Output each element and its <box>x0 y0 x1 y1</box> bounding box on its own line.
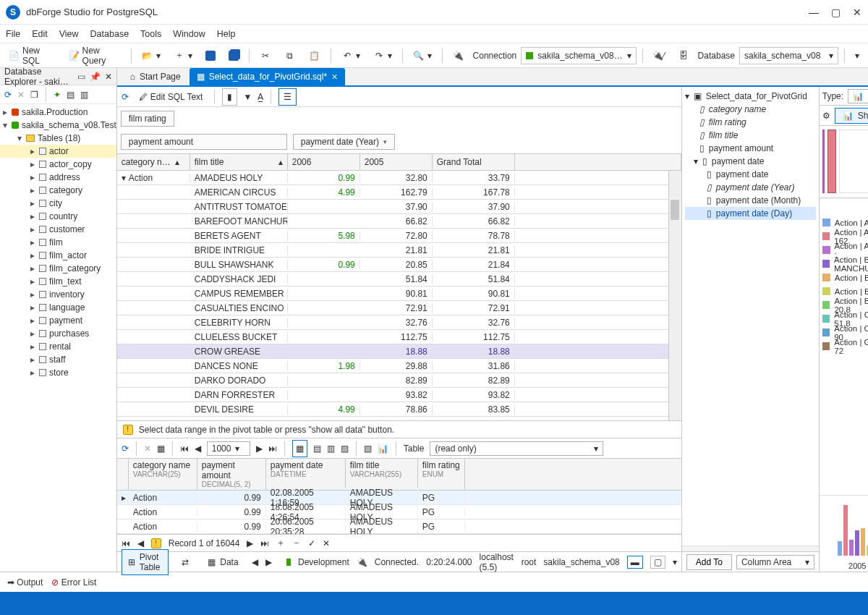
field-tree[interactable]: ▾▣Select_data_for_PivotGrid ▯category na… <box>682 87 819 546</box>
table-mode-selector[interactable]: (read only)▾ <box>430 441 603 456</box>
pivot-row[interactable]: CROW GREASE18.8818.88 <box>117 344 668 359</box>
nav-next-icon[interactable]: ▶ <box>247 538 253 548</box>
chart-legend[interactable]: Action | AMADEUS HOLY : 32.8Action | AME… <box>820 214 868 495</box>
close-panel-icon[interactable]: ✕ <box>105 72 112 82</box>
col-grand-total[interactable]: Grand Total <box>433 154 515 170</box>
pivot-grid[interactable]: ▾ActionAMADEUS HOLY0.9932.8033.79AMERICA… <box>117 171 668 420</box>
pivot-row[interactable]: CAMPUS REMEMBER90.8190.81 <box>117 287 668 301</box>
field-root[interactable]: ▾▣Select_data_for_PivotGrid <box>685 90 816 103</box>
chart-small-icon[interactable]: 📊 <box>378 444 388 454</box>
view-tab-data[interactable]: ▦Data <box>202 555 244 569</box>
tree-root-2[interactable]: ▾sakila_schema_v08.Test <box>0 119 116 132</box>
tree-table-item[interactable]: ▸purchases <box>0 327 116 340</box>
tree-table-item[interactable]: ▸staff <box>0 353 116 366</box>
field-item-selected[interactable]: ▯payment date (Day) <box>685 207 816 220</box>
field-item[interactable]: ▯payment date <box>685 168 816 181</box>
data-row[interactable]: Action0.9920.06.2005 20:35:28AMADEUS HOL… <box>117 519 681 534</box>
menu-edit[interactable]: Edit <box>32 29 48 39</box>
pivot-row[interactable]: CADDYSHACK JEDI51.8451.84 <box>117 272 668 287</box>
menu-tools[interactable]: Tools <box>140 29 161 39</box>
copy-button[interactable]: ⧉ <box>280 47 300 64</box>
category-header-chip[interactable]: category n…▴ <box>117 154 190 170</box>
pivot-row[interactable]: CLUELESS BUCKET112.75112.75 <box>117 330 668 344</box>
field-date-group[interactable]: ▾▯payment date <box>685 155 816 168</box>
pivot-row[interactable]: CASUALTIES ENCINO72.9172.91 <box>117 301 668 315</box>
view-tab-pivot[interactable]: ⊞Pivot Table <box>122 549 169 575</box>
pivot-row[interactable]: DEVIL DESIRE4.9978.8683.85 <box>117 402 668 417</box>
pivot-row[interactable]: AMERICAN CIRCUS4.99162.79167.78 <box>117 185 668 200</box>
filter-toggle-button[interactable]: ▮ <box>222 88 237 106</box>
nav-commit-icon[interactable]: ✓ <box>308 538 315 548</box>
tree-table-item[interactable]: ▸film_actor <box>0 249 116 262</box>
page-next-icon[interactable]: ▶ <box>256 444 263 454</box>
filter-field-chip[interactable]: film rating <box>121 111 174 127</box>
data-column-header[interactable]: film titleVARCHAR(255) <box>346 459 418 490</box>
hscroll[interactable] <box>682 546 819 551</box>
open-button[interactable]: 📂▾ <box>137 47 165 64</box>
nav-cancel-icon[interactable]: ✕ <box>323 538 330 548</box>
disconnect-button[interactable]: 🔌⁄ <box>649 47 669 64</box>
tree-table-item[interactable]: ▸film_category <box>0 262 116 275</box>
layout-2-icon[interactable]: ▢ <box>650 556 665 569</box>
grid-view-icon[interactable]: ▦ <box>157 444 165 454</box>
menu-file[interactable]: File <box>6 29 20 39</box>
page-prev-icon[interactable]: ◀ <box>195 444 201 454</box>
col-2005[interactable]: 2005 <box>360 154 433 170</box>
tree-table-item[interactable]: ▸actor_copy <box>0 158 116 171</box>
chart-config-icon[interactable]: ⚙ <box>822 111 830 121</box>
tree-table-item[interactable]: ▸film_text <box>0 275 116 288</box>
funnel-icon[interactable]: ▼ <box>243 92 252 102</box>
save-all-button[interactable] <box>224 47 243 64</box>
edit-sql-button[interactable]: 🖉Edit SQL Text <box>135 88 208 106</box>
connection-icon-button[interactable]: 🔌 <box>448 47 469 64</box>
dock-icon[interactable]: ▭ <box>77 72 85 82</box>
pivot-row[interactable]: BERETS AGENT5.9872.8078.78 <box>117 229 668 243</box>
data-column-header[interactable]: film ratingENUM <box>418 459 465 490</box>
explorer-tree[interactable]: ▸sakila.Production ▾sakila_schema_v08.Te… <box>0 104 116 572</box>
pivot-row[interactable]: DARN FORRESTER93.8293.82 <box>117 388 668 402</box>
field-item[interactable]: ▯payment date (Month) <box>685 194 816 207</box>
refresh-data-icon[interactable]: ⟳ <box>122 444 129 454</box>
nav-last-icon[interactable]: ⏭ <box>260 538 269 548</box>
add-to-button[interactable]: Add To <box>686 554 732 570</box>
tree-table-item[interactable]: ▸city <box>0 197 116 210</box>
view-tab-swap[interactable]: ⇄ <box>176 555 195 569</box>
view-mode-2-icon[interactable]: ▤ <box>313 444 321 454</box>
new-sql-button[interactable]: 📄New SQL <box>4 47 60 64</box>
tab-sql-file[interactable]: ▦Select_data_for_PivotGrid.sql*✕ <box>190 68 345 85</box>
undo-button[interactable]: ↶▾ <box>337 47 365 64</box>
tab-nav-next-icon[interactable]: ▶ <box>265 557 272 567</box>
search-button[interactable]: 🔍▾ <box>409 47 436 64</box>
legend-item[interactable]: Action | BERETS AGENT : 72.8 <box>822 271 868 284</box>
page-first-icon[interactable]: ⏮ <box>180 444 189 454</box>
data-column-header[interactable]: payment dateDATETIME <box>266 459 346 490</box>
paste-button[interactable]: 📋 <box>305 47 325 64</box>
nav-remove-icon[interactable]: － <box>292 537 301 549</box>
props-icon[interactable]: ▥ <box>80 90 88 100</box>
save-button[interactable] <box>201 47 220 64</box>
minimize-icon[interactable]: — <box>809 7 819 17</box>
pivot-row[interactable]: ANTITRUST TOMATOES37.9037.90 <box>117 200 668 214</box>
new-window-icon[interactable]: ❐ <box>30 90 38 100</box>
legend-item[interactable]: Action | CASUALTIES ENCINO : 72 <box>822 339 868 353</box>
export-icon[interactable]: ▧ <box>364 444 372 454</box>
pivot-row[interactable]: BRIDE INTRIGUE21.8121.81 <box>117 243 668 258</box>
tree-table-item[interactable]: ▸payment <box>0 314 116 327</box>
tree-table-item[interactable]: ▸actor <box>0 145 116 158</box>
redo-button[interactable]: ↷▾ <box>369 47 396 64</box>
layout-1-icon[interactable]: ▬ <box>627 556 643 569</box>
pivot-row[interactable]: BULL SHAWSHANK0.9920.8521.84 <box>117 258 668 272</box>
tab-start-page[interactable]: ⌂Start Page <box>123 68 188 85</box>
add-to-target-selector[interactable]: Column Area▾ <box>736 555 814 569</box>
tree-table-item[interactable]: ▸category <box>0 184 116 197</box>
cut-button[interactable]: ✂ <box>255 47 276 64</box>
data-column-header[interactable]: payment amountDECIMAL(5, 2) <box>197 459 266 490</box>
tree-tables-folder[interactable]: ▾Tables (18) <box>0 132 116 145</box>
new-query-button[interactable]: 📝New Query <box>64 47 125 64</box>
layout-more-icon[interactable]: ▾ <box>673 557 677 567</box>
tree-root-1[interactable]: ▸sakila.Production <box>0 106 116 119</box>
refresh-conn-button[interactable]: 🗄 <box>673 47 694 64</box>
tree-table-item[interactable]: ▸rental <box>0 340 116 353</box>
database-selector[interactable]: sakila_schema_v08▾ <box>739 47 838 64</box>
stop-icon[interactable]: ✕ <box>144 444 151 454</box>
